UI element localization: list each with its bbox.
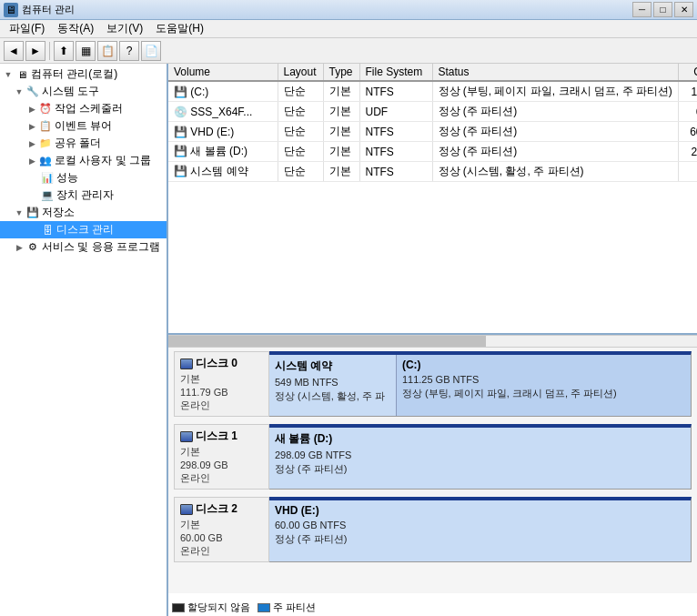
disk-info-size-0: 111.79 GB [180, 387, 263, 398]
legend-box-unallocated [172, 603, 185, 612]
tree-item-services[interactable]: ▶ ⚙ 서비스 및 응용 프로그램 [0, 238, 167, 256]
disk-info-2: 디스크 2 기본 60.00 GB 온라인 [174, 497, 269, 562]
local-users-icon: 👥 [38, 154, 53, 168]
col-capacity[interactable]: Capacity [678, 64, 697, 81]
menu-view[interactable]: 보기(V) [101, 20, 148, 37]
tree-panel[interactable]: ▼ 🖥 컴퓨터 관리(로컬) ▼ 🔧 시스템 도구 ▶ ⏰ 작업 스케줄러 ▶ … [0, 64, 168, 616]
maximize-button[interactable]: □ [653, 2, 672, 17]
menu-help[interactable]: 도움말(H) [150, 20, 209, 37]
tree-item-system-tools[interactable]: ▼ 🔧 시스템 도구 [0, 83, 167, 100]
partition-detail2-0-1: 정상 (부팅, 페이지 파일, 크래시 덤프, 주 파티션) [402, 387, 685, 400]
toggle-root[interactable]: ▼ [2, 68, 15, 81]
tree-item-shared-folders[interactable]: ▶ 📁 공유 폴더 [0, 135, 167, 152]
menu-action[interactable]: 동작(A) [52, 20, 99, 37]
cell-status: 정상 (시스템, 활성, 주 파티션) [432, 162, 678, 182]
tree-label-event-viewer: 이벤트 뷰어 [55, 118, 112, 134]
cell-volume: 💾 (C:) [168, 81, 278, 102]
col-volume[interactable]: Volume [168, 64, 278, 81]
partition-block-0-1[interactable]: (C:) 111.25 GB NTFS 정상 (부팅, 페이지 파일, 크래시 … [396, 355, 691, 416]
menu-file[interactable]: 파일(F) [4, 20, 50, 37]
toggle-services[interactable]: ▶ [13, 241, 25, 254]
tree-item-event-viewer[interactable]: ▶ 📋 이벤트 뷰어 [0, 117, 167, 135]
disk-info-title-0: 디스크 0 [180, 356, 263, 371]
partition-detail2-0-0: 정상 (시스템, 활성, 주 파 [275, 389, 390, 403]
scroll-thumb[interactable] [168, 336, 486, 347]
table-row[interactable]: 💾 새 볼륨 (D:) 단순 기본 NTFS 정상 (주 파티션) 298.09… [168, 142, 697, 162]
toggle-task-scheduler[interactable]: ▶ [25, 103, 38, 116]
disk-mini-icon-0 [180, 358, 193, 369]
partition-block-1-0[interactable]: 새 볼륨 (D:) 298.09 GB NTFS 정상 (주 파티션) [269, 428, 691, 489]
tree-label-task-scheduler: 작업 스케줄러 [55, 101, 123, 116]
partition-block-0-0[interactable]: 시스템 예약 549 MB NTFS 정상 (시스템, 활성, 주 파 [269, 355, 396, 416]
tree-item-local-users[interactable]: ▶ 👥 로컬 사용자 및 그룹 [0, 152, 167, 169]
partition-title-0-0: 시스템 예약 [275, 358, 390, 374]
col-filesystem[interactable]: File System [359, 64, 432, 81]
legend-primary: 주 파티션 [258, 601, 316, 614]
disk-info-status-1: 온라인 [180, 471, 263, 485]
cell-filesystem: NTFS [359, 162, 432, 182]
close-button[interactable]: ✕ [674, 2, 693, 17]
tree-label-storage: 저장소 [42, 205, 75, 220]
app-icon: 🖥 [4, 3, 18, 17]
cell-filesystem: NTFS [359, 122, 432, 142]
table-row[interactable]: 💾 시스템 예약 단순 기본 NTFS 정상 (시스템, 활성, 주 파티션) … [168, 162, 697, 182]
help-button[interactable]: ? [119, 41, 139, 61]
computer-icon: 🖥 [15, 67, 29, 82]
partition-detail2-2-0: 정상 (주 파티션) [275, 532, 685, 546]
show-hide-button[interactable]: ▦ [76, 41, 96, 61]
toggle-shared-folders[interactable]: ▶ [25, 137, 38, 150]
export-button[interactable]: 📄 [141, 41, 161, 61]
forward-button[interactable]: ► [25, 41, 45, 61]
tree-item-device-manager[interactable]: 💻 장치 관리자 [0, 187, 167, 204]
col-layout[interactable]: Layout [278, 64, 323, 81]
services-icon: ⚙ [25, 240, 40, 255]
horizontal-scrollbar[interactable] [168, 335, 697, 348]
main-layout: ▼ 🖥 컴퓨터 관리(로컬) ▼ 🔧 시스템 도구 ▶ ⏰ 작업 스케줄러 ▶ … [0, 64, 697, 616]
tree-item-disk-management[interactable]: 🗄 디스크 관리 [0, 221, 167, 238]
cell-status: 정상 (주 파티션) [432, 122, 678, 142]
cell-type: 기본 [323, 142, 359, 162]
tree-root[interactable]: ▼ 🖥 컴퓨터 관리(로컬) [0, 66, 167, 83]
toggle-system-tools[interactable]: ▼ [13, 86, 25, 98]
disk-info-type-2: 기본 [180, 518, 263, 531]
tree-label-services: 서비스 및 응용 프로그램 [42, 239, 160, 255]
disk-row-1: 디스크 1 기본 298.09 GB 온라인 새 볼륨 (D:) 298.09 … [174, 424, 692, 490]
performance-icon: 📊 [40, 171, 55, 186]
cell-filesystem: NTFS [359, 81, 432, 102]
table-row[interactable]: 💿 SSS_X64F... 단순 기본 UDF 정상 (주 파티션) 6.49 … [168, 102, 697, 122]
toggle-storage[interactable]: ▼ [13, 207, 25, 219]
tree-item-storage[interactable]: ▼ 💾 저장소 [0, 204, 167, 221]
up-button[interactable]: ⬆ [54, 41, 74, 61]
menu-bar: 파일(F) 동작(A) 보기(V) 도움말(H) [0, 20, 697, 38]
back-button[interactable]: ◄ [4, 41, 24, 61]
toggle-local-users[interactable]: ▶ [25, 155, 38, 167]
disk-info-1: 디스크 1 기본 298.09 GB 온라인 [174, 424, 269, 490]
legend-label-unallocated: 할당되지 않음 [187, 601, 250, 614]
toggle-event-viewer[interactable]: ▶ [25, 120, 38, 133]
partition-title-2-0: VHD (E:) [275, 504, 685, 517]
cell-capacity: 60.00 GB [678, 122, 697, 142]
partition-detail2-1-0: 정상 (주 파티션) [275, 462, 685, 476]
disk-info-type-1: 기본 [180, 445, 263, 459]
task-scheduler-icon: ⏰ [38, 102, 53, 116]
col-status[interactable]: Status [432, 64, 678, 81]
cell-status: 정상 (주 파티션) [432, 142, 678, 162]
partition-title-0-1: (C:) [402, 358, 685, 371]
system-tools-icon: 🔧 [25, 85, 40, 99]
table-row[interactable]: 💾 (C:) 단순 기본 NTFS 정상 (부팅, 페이지 파일, 크래시 덤프… [168, 81, 697, 102]
title-bar: 🖥 컴퓨터 관리 ─ □ ✕ [0, 0, 697, 20]
partition-block-2-0[interactable]: VHD (E:) 60.00 GB NTFS 정상 (주 파티션) [269, 500, 691, 561]
col-type[interactable]: Type [323, 64, 359, 81]
tree-item-task-scheduler[interactable]: ▶ ⏰ 작업 스케줄러 [0, 100, 167, 117]
disk-table-container[interactable]: Volume Layout Type File System Status Ca… [168, 64, 697, 335]
table-row[interactable]: 💾 VHD (E:) 단순 기본 NTFS 정상 (주 파티션) 60.00 G… [168, 122, 697, 142]
tree-label-system-tools: 시스템 도구 [42, 84, 99, 99]
tree-item-performance[interactable]: 📊 성능 [0, 169, 167, 187]
disk-management-icon: 🗄 [40, 223, 55, 237]
properties-button[interactable]: 📋 [97, 41, 117, 61]
shared-folders-icon: 📁 [38, 136, 53, 151]
disk-info-size-2: 60.00 GB [180, 532, 263, 543]
minimize-button[interactable]: ─ [632, 2, 652, 17]
cell-layout: 단순 [278, 162, 323, 182]
disk-partitions-0: 시스템 예약 549 MB NTFS 정상 (시스템, 활성, 주 파 (C:)… [269, 351, 692, 417]
